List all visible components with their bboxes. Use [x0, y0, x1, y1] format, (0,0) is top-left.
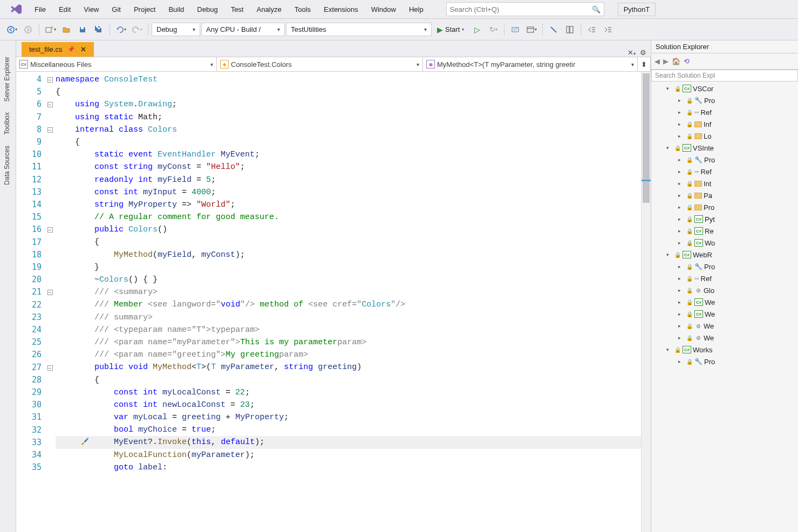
csharp-file-icon: C#	[694, 239, 703, 247]
tree-item-label: Pa	[704, 192, 712, 200]
tree-item[interactable]: ▸🔒🔧Pro	[651, 261, 798, 272]
nav-project-dropdown[interactable]: C# Miscellaneous Files▾	[16, 57, 217, 71]
svg-point-0	[8, 26, 14, 33]
tree-item[interactable]: ▸🔒⚙We	[651, 332, 798, 344]
tree-item[interactable]: ▸🔒Pa	[651, 189, 798, 201]
tree-item[interactable]: ▸🔒⚙Glo	[651, 284, 798, 296]
tree-item-label: We	[704, 322, 714, 330]
nav-member-dropdown[interactable]: ◉ MyMethod<T>(T myParameter, string gree…	[423, 57, 638, 71]
menu-tools[interactable]: Tools	[288, 2, 317, 17]
redo-button[interactable]: ▾	[129, 22, 145, 37]
menu-edit[interactable]: Edit	[52, 2, 77, 17]
pin-icon[interactable]: 📌	[67, 46, 75, 53]
menu-window[interactable]: Window	[365, 2, 403, 17]
project-node[interactable]: ▾🔒C#VSInte	[651, 142, 798, 154]
tree-item[interactable]: ▸🔒🔧Pro	[651, 356, 798, 367]
new-project-button[interactable]: ▾	[43, 22, 58, 37]
menu-analyze[interactable]: Analyze	[250, 2, 288, 17]
attach-debugger-button[interactable]	[508, 22, 523, 37]
menu-extensions[interactable]: Extensions	[317, 2, 365, 17]
tree-item[interactable]: ▸🔒🔧Pro	[651, 154, 798, 166]
tree-item[interactable]: ▸🔒🔧Pro	[651, 94, 798, 106]
tree-item[interactable]: ▸🔒C#We	[651, 308, 798, 320]
forward-button[interactable]	[21, 22, 36, 37]
lock-icon: 🔒	[686, 335, 693, 341]
project-node[interactable]: ▾🔒C#VSCor	[651, 83, 798, 94]
tree-item[interactable]: ▸🔒Int	[651, 178, 798, 189]
lock-icon: 🔒	[686, 299, 693, 305]
tree-item[interactable]: ▸🔒Lo	[651, 130, 798, 142]
csproj-icon: C#	[683, 85, 691, 92]
solution-search-input[interactable]: Search Solution Expl	[651, 70, 798, 81]
scrollbar-thumb[interactable]	[643, 73, 650, 203]
open-button[interactable]	[59, 22, 74, 37]
tree-item-label: Glo	[704, 287, 714, 295]
tree-item-label: We	[705, 298, 715, 306]
back-button[interactable]: ▾	[4, 22, 19, 37]
sol-back-icon[interactable]: ◀	[654, 57, 660, 65]
lock-icon: 🔒	[686, 98, 693, 104]
indent-button[interactable]	[601, 22, 616, 37]
menu-help[interactable]: Help	[403, 2, 430, 17]
menu-debug[interactable]: Debug	[190, 2, 224, 17]
vertical-scrollbar[interactable]	[641, 72, 651, 532]
menu-test[interactable]: Test	[224, 2, 250, 17]
search-input[interactable]: Search (Ctrl+Q) 🔍	[446, 2, 604, 16]
server-explorer-tab[interactable]: Server Explorer	[0, 51, 16, 107]
tree-item[interactable]: ▸🔒Pro	[651, 201, 798, 213]
menu-build[interactable]: Build	[162, 2, 190, 17]
start-without-debug-button[interactable]: ▷	[469, 22, 485, 37]
start-button[interactable]: ▶ Start ▾	[433, 23, 468, 36]
refresh-button[interactable]: ↻▾	[486, 22, 501, 37]
lock-icon: 🔒	[686, 133, 693, 139]
menu-file[interactable]: File	[28, 2, 52, 17]
data-sources-tab[interactable]: Data Sources	[0, 140, 16, 190]
fold-column[interactable]: − − − − − −	[46, 72, 54, 532]
split-editor-button[interactable]: ⬍	[638, 57, 651, 71]
tree-item[interactable]: ▸🔒C#Pyt	[651, 213, 798, 225]
menu-project[interactable]: Project	[127, 2, 162, 17]
tree-item[interactable]: ▸🔒▫▫Ref	[651, 166, 798, 178]
project-node[interactable]: ▾🔒C#WebR	[651, 249, 798, 261]
folder-icon	[694, 181, 702, 187]
project-node[interactable]: ▾🔒C#Works	[651, 344, 798, 356]
tree-item[interactable]: ▸🔒⚙We	[651, 320, 798, 332]
nav-class-dropdown[interactable]: ◆ ConsoleTest.Colors▾	[217, 57, 423, 71]
startup-project-dropdown[interactable]: TestUtilities▾	[286, 23, 432, 36]
close-icon[interactable]: ✕	[80, 45, 86, 53]
lock-icon: 🔒	[674, 145, 681, 151]
outdent-button[interactable]	[584, 22, 599, 37]
configuration-dropdown[interactable]: Debug▾	[152, 23, 200, 36]
tree-item[interactable]: ▸🔒C#Wo	[651, 237, 798, 249]
undo-button[interactable]: ▾	[113, 22, 128, 37]
menu-git[interactable]: Git	[105, 2, 127, 17]
tree-item[interactable]: ▸🔒▫▫Ref	[651, 272, 798, 284]
tab-settings-icon[interactable]: ⚙	[640, 49, 646, 57]
tree-item-label: Pro	[704, 156, 715, 164]
folder-icon	[694, 133, 702, 139]
save-button[interactable]	[75, 22, 90, 37]
quick-action-icon[interactable]: 🖌️	[81, 438, 88, 445]
tree-item[interactable]: ▸🔒▫▫Ref	[651, 106, 798, 118]
toolbox-tab[interactable]: Toolbox	[0, 107, 16, 140]
code-editor[interactable]: 4567891011121314151617181920212223242526…	[16, 72, 651, 532]
python-tools-button[interactable]: PythonT	[618, 3, 656, 16]
file-tab-active[interactable]: test_file.cs 📌 ✕	[22, 42, 94, 57]
platform-dropdown[interactable]: Any CPU - Build /▾	[201, 23, 285, 36]
menu-view[interactable]: View	[77, 2, 105, 17]
browser-link-button[interactable]: ▾	[524, 22, 539, 37]
save-all-button[interactable]	[91, 22, 106, 37]
code-content[interactable]: namespace ConsoleTest{ using System.Draw…	[54, 72, 641, 532]
sol-home-icon[interactable]: 🏠	[672, 57, 680, 65]
config-file-icon: ⚙	[694, 334, 702, 342]
layout-icon[interactable]	[562, 22, 577, 37]
play-icon: ▶	[437, 25, 443, 34]
toolbox-icon[interactable]	[546, 22, 561, 37]
tree-item[interactable]: ▸🔒C#We	[651, 296, 798, 308]
sol-sync-icon[interactable]: ⟲	[684, 57, 690, 65]
tab-overflow-close-icon[interactable]: ✕▾	[628, 49, 636, 57]
sol-forward-icon[interactable]: ▶	[663, 57, 669, 65]
tree-item[interactable]: ▸🔒Inf	[651, 118, 798, 130]
solution-tree[interactable]: ▾🔒C#VSCor▸🔒🔧Pro▸🔒▫▫Ref▸🔒Inf▸🔒Lo▾🔒C#VSInt…	[651, 81, 798, 532]
tree-item[interactable]: ▸🔒C#Re	[651, 225, 798, 237]
